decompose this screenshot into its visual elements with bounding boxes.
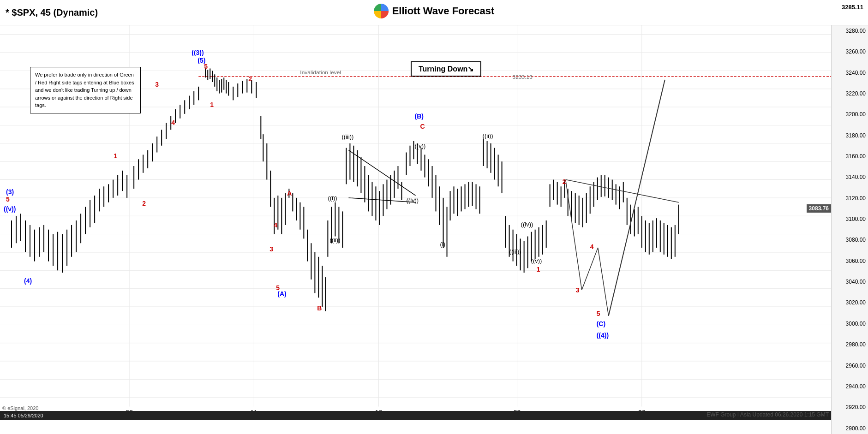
price-label-4: 3220.00 <box>834 90 866 97</box>
esignal-credit-text: © eSignal, 2020 <box>2 405 38 411</box>
candles-group2 <box>134 68 226 189</box>
price-label-2: 3260.00 <box>834 48 866 55</box>
wave-label-v1: ((v)) <box>414 143 425 149</box>
wave-label-3rrr: 3 <box>576 286 580 294</box>
price-label-20: 2900.00 <box>834 425 866 432</box>
status-time: 15:45 05/29/2020 <box>4 413 43 418</box>
wave-label-i2: (i) <box>440 241 446 248</box>
wave-label-Ab: (A) <box>277 291 286 298</box>
candles-group4 <box>263 134 325 311</box>
price-label-17: 2960.00 <box>834 363 866 369</box>
wave-label-v2: ((v)) <box>531 257 542 264</box>
invalidation-value-text: 3233.13 <box>513 74 533 80</box>
wave-label-5top: 5 <box>204 63 208 71</box>
top-right-price: 3285.11 <box>842 4 863 11</box>
wave-label-4b: (4) <box>24 277 32 285</box>
price-label-8: 3140.00 <box>834 174 866 180</box>
brand-logo: Elliott Wave Forecast <box>374 4 495 18</box>
price-label-18: 2940.00 <box>834 383 866 390</box>
wave-label-1r: 1 <box>210 101 214 108</box>
wave-label-5r: 5 <box>6 196 10 203</box>
candles-group9 <box>568 175 679 259</box>
wave-label-Cr: C <box>420 123 425 130</box>
price-label-19: 2920.00 <box>834 404 866 410</box>
wave-label-2r: 2 <box>248 75 252 83</box>
wave-label-4r: 4 <box>171 119 175 127</box>
wave-label-B: (B) <box>414 113 423 120</box>
svg-line-202 <box>598 248 609 316</box>
svg-line-201 <box>582 248 598 290</box>
price-label-5: 3200.00 <box>834 111 866 118</box>
wave-label-4rrr: 4 <box>590 243 594 250</box>
price-label-14: 3020.00 <box>834 299 866 306</box>
price-label-7: 3160.00 <box>834 153 866 160</box>
chart-title: * $SPX, 45 (Dynamic) <box>6 7 98 18</box>
wave-label-vv: ((v)) <box>4 206 16 213</box>
current-price-indicator: 3083.76 <box>807 204 831 213</box>
wave-label-ii2: ((ii)) <box>483 132 493 139</box>
esignal-credit: © eSignal, 2020 <box>2 405 38 411</box>
wave-label-5rrr: 5 <box>597 310 600 317</box>
brand-logo-icon <box>374 4 389 18</box>
turning-down-box: Turning Down↘ <box>411 61 481 77</box>
wave-label-iv1: ((iv)) <box>406 197 419 204</box>
wave-label-Cb: (C) <box>597 320 605 327</box>
price-label-12: 3060.00 <box>834 258 866 264</box>
turning-down-label: Turning Down↘ <box>419 65 473 73</box>
wave-label-ii1: ((ii)) <box>329 237 340 244</box>
price-label-13: 3040.00 <box>834 279 866 285</box>
price-label-15: 3000.00 <box>834 321 866 327</box>
wave-label-4rr: 4 <box>274 221 277 229</box>
wave-label-iii1: ((iii)) <box>341 133 353 140</box>
price-label-10: 3100.00 <box>834 216 866 222</box>
price-label-6: 3180.00 <box>834 132 866 139</box>
current-price-value: 3083.76 <box>809 205 829 212</box>
wave-label-Br: B <box>317 304 322 312</box>
wave-label-2rrr: 2 <box>563 178 566 185</box>
invalidation-text: Invalidation level <box>300 69 341 76</box>
candles-group1 <box>12 171 127 273</box>
triangle-bottom-line <box>348 198 415 202</box>
chart-area: 3280.00 3260.00 3240.00 3220.00 3200.00 … <box>0 25 868 434</box>
info-box: We prefer to trade only in direction of … <box>30 67 141 113</box>
wave-label-4bb: ((4)) <box>597 332 609 339</box>
header: * $SPX, 45 (Dynamic) Elliott Wave Foreca… <box>0 0 868 25</box>
wave-label-iii2: ((iii)) <box>509 248 521 255</box>
wave-label-i1: ((i)) <box>328 195 337 202</box>
wave-label-iv2: ((iv)) <box>521 221 533 228</box>
candles-group3 <box>228 79 261 139</box>
wave-label-1rr: 1 <box>114 152 117 160</box>
ewf-credit: EWF Group I Asia Updated 06.26.2020 1:15… <box>706 411 829 418</box>
wave-label-3r: 3 <box>155 81 159 88</box>
wave-label-Ar: A <box>287 190 292 197</box>
wave-label-5rr: 5 <box>276 284 280 291</box>
brand-name: Elliott Wave Forecast <box>392 5 495 17</box>
chart-container: * $SPX, 45 (Dynamic) Elliott Wave Foreca… <box>0 0 868 434</box>
price-axis: 3280.00 3260.00 3240.00 3220.00 3200.00 … <box>831 25 868 434</box>
wave-label-33: ((3)) <box>192 49 204 56</box>
price-label-16: 2980.00 <box>834 341 866 348</box>
wave-label-3b: (3) <box>6 188 14 196</box>
triangle-top-line <box>348 150 415 196</box>
price-label-11: 3080.00 <box>834 237 866 243</box>
price-label-9: 3120.00 <box>834 195 866 202</box>
info-box-text: We prefer to trade only in direction of … <box>35 72 134 108</box>
price-label-3: 3240.00 <box>834 70 866 76</box>
ewf-credit-text: EWF Group I Asia Updated 06.26.2020 1:15… <box>706 411 829 418</box>
wave-label-3rr: 3 <box>269 245 273 253</box>
wave-label-1rrr: 1 <box>537 266 540 273</box>
price-label-1: 3280.00 <box>834 28 866 34</box>
wave-label-2rr: 2 <box>142 200 146 207</box>
